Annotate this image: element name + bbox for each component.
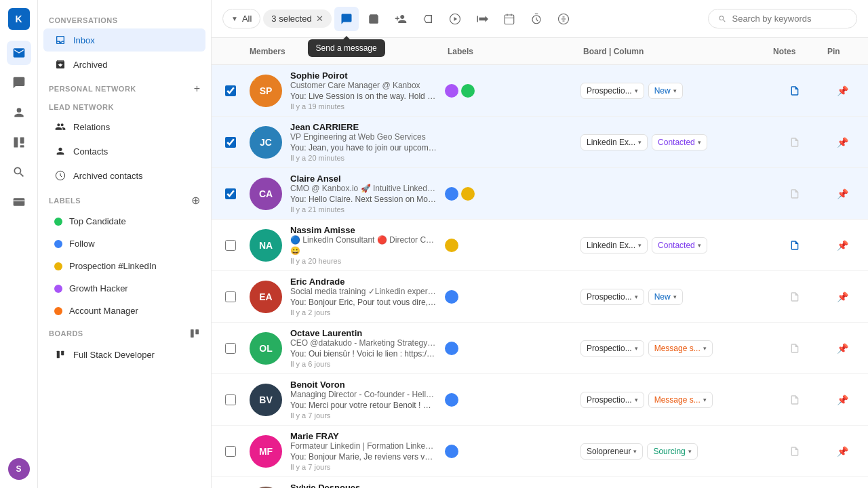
label-pill[interactable] bbox=[445, 239, 458, 252]
label-pill[interactable] bbox=[445, 187, 458, 201]
member-time: Il y a 2 jours bbox=[290, 308, 437, 317]
sidebar-label-item[interactable]: Account Manager bbox=[43, 300, 205, 321]
user-avatar[interactable]: S bbox=[8, 458, 30, 480]
note-icon[interactable] bbox=[789, 446, 800, 457]
forward-btn[interactable] bbox=[470, 7, 494, 31]
pin-icon[interactable]: 📌 bbox=[837, 291, 848, 302]
note-icon[interactable] bbox=[789, 394, 800, 405]
add-personal-network-btn[interactable]: + bbox=[194, 83, 200, 95]
sidebar-label-item[interactable]: Top Candidate bbox=[43, 211, 205, 232]
board-dropdown[interactable]: Prospectio... ▾ bbox=[580, 83, 644, 99]
row-checkbox[interactable] bbox=[225, 85, 236, 96]
labels-cell bbox=[442, 445, 578, 458]
row-checkbox[interactable] bbox=[225, 240, 236, 251]
star-badge: ⭐ bbox=[250, 75, 256, 81]
all-filter-btn[interactable]: ▼ All bbox=[222, 9, 260, 28]
row-checkbox[interactable] bbox=[225, 137, 236, 148]
pin-icon[interactable]: 📌 bbox=[837, 137, 848, 148]
column-dropdown[interactable]: Message s... ▾ bbox=[648, 340, 713, 357]
note-icon[interactable] bbox=[789, 291, 800, 302]
add-board-btn[interactable] bbox=[189, 328, 200, 339]
add-contact-btn[interactable] bbox=[389, 7, 413, 31]
archived-label: Archived bbox=[73, 60, 108, 70]
note-icon[interactable] bbox=[789, 240, 800, 251]
send-message-btn[interactable]: Send a message bbox=[334, 7, 359, 31]
sidebar-board-item[interactable]: Full Stack Developer bbox=[43, 343, 205, 366]
labels-cell bbox=[442, 84, 578, 98]
sidebar-item-archived-contacts[interactable]: Archived contacts bbox=[43, 164, 205, 187]
app-logo: K bbox=[8, 8, 30, 30]
row-checkbox[interactable] bbox=[225, 446, 236, 457]
label-btn[interactable] bbox=[416, 7, 440, 31]
nav-inbox-icon[interactable] bbox=[7, 41, 31, 65]
note-icon[interactable] bbox=[789, 188, 800, 199]
boards-header: BOARDS bbox=[38, 323, 211, 342]
checkbox-cell bbox=[217, 394, 244, 405]
column-dropdown[interactable]: Message s... ▾ bbox=[648, 392, 713, 408]
sidebar-label-name: Growth Hacker bbox=[69, 283, 128, 293]
note-icon[interactable] bbox=[789, 343, 800, 354]
board-dropdown[interactable]: Prospectio... ▾ bbox=[580, 289, 644, 305]
row-checkbox[interactable] bbox=[225, 394, 236, 405]
nav-card-icon[interactable] bbox=[7, 190, 31, 214]
label-pill[interactable] bbox=[445, 290, 458, 304]
member-info: Sophie Poirot Customer Care Manager @ Ka… bbox=[290, 70, 437, 110]
nav-search-icon[interactable] bbox=[7, 160, 31, 184]
note-icon[interactable] bbox=[789, 85, 800, 96]
nav-network-icon[interactable] bbox=[7, 100, 31, 125]
column-dropdown[interactable]: Sourcing ▾ bbox=[647, 443, 697, 460]
column-dropdown[interactable]: Contacted ▾ bbox=[652, 237, 707, 253]
board-dropdown[interactable]: Prospectio... ▾ bbox=[580, 340, 644, 357]
row-checkbox[interactable] bbox=[225, 343, 236, 354]
pin-icon[interactable]: 📌 bbox=[837, 240, 848, 251]
pin-icon[interactable]: 📌 bbox=[837, 394, 848, 405]
label-pill[interactable] bbox=[445, 393, 458, 407]
label-color-dot bbox=[54, 307, 62, 315]
sidebar-item-relations[interactable]: Relations bbox=[43, 115, 205, 138]
sidebar-item-archived[interactable]: Archived bbox=[43, 53, 205, 76]
row-checkbox[interactable] bbox=[225, 291, 236, 302]
board-dropdown[interactable]: Linkedin Ex... ▾ bbox=[580, 134, 648, 150]
sidebar-label-item[interactable]: Prospection #LinkedIn bbox=[43, 256, 205, 277]
pin-icon[interactable]: 📌 bbox=[837, 446, 848, 457]
row-checkbox[interactable] bbox=[225, 188, 236, 199]
pin-header: Pin bbox=[822, 47, 863, 56]
close-selected-icon[interactable]: ✕ bbox=[316, 14, 323, 24]
personal-network-header: PERSONAL NETWORK + bbox=[38, 77, 211, 98]
label-pill[interactable] bbox=[445, 445, 458, 458]
board-dropdown[interactable]: Solopreneur ▾ bbox=[580, 443, 643, 460]
archive-btn[interactable] bbox=[361, 7, 386, 31]
sidebar-item-contacts[interactable]: Contacts bbox=[43, 140, 205, 163]
avatar: MF bbox=[250, 435, 282, 468]
label-pill[interactable] bbox=[445, 342, 458, 355]
search-input[interactable] bbox=[732, 14, 847, 24]
column-dropdown[interactable]: New ▾ bbox=[648, 83, 683, 99]
pin-icon[interactable]: 📌 bbox=[837, 188, 848, 199]
board-dropdown[interactable]: Linkedin Ex... ▾ bbox=[580, 237, 648, 253]
member-name: Claire Ansel bbox=[290, 174, 437, 184]
sidebar-label-item[interactable]: Follow bbox=[43, 233, 205, 254]
pin-icon[interactable]: 📌 bbox=[837, 343, 848, 354]
add-label-btn[interactable]: ⊕ bbox=[191, 194, 200, 207]
label-pill[interactable] bbox=[445, 84, 458, 98]
nav-chat-icon[interactable] bbox=[7, 70, 31, 95]
search-bar[interactable] bbox=[708, 9, 857, 28]
selected-badge[interactable]: 3 selected ✕ bbox=[263, 9, 331, 28]
play-btn[interactable] bbox=[443, 7, 467, 31]
pin-icon[interactable]: 📌 bbox=[837, 85, 848, 96]
nav-board-icon[interactable] bbox=[7, 130, 31, 155]
board-dropdown[interactable]: Prospectio... ▾ bbox=[580, 392, 644, 408]
column-dropdown[interactable]: New ▾ bbox=[648, 289, 683, 305]
timer-btn[interactable] bbox=[524, 7, 549, 31]
label-pill[interactable] bbox=[461, 187, 475, 201]
column-dropdown[interactable]: Contacted ▾ bbox=[652, 134, 707, 150]
sidebar-item-inbox[interactable]: Inbox bbox=[43, 28, 205, 52]
schedule-btn[interactable] bbox=[497, 7, 521, 31]
label-pill[interactable] bbox=[461, 84, 475, 98]
sidebar-label-item[interactable]: Growth Hacker bbox=[43, 278, 205, 299]
avatar: OL bbox=[250, 332, 282, 365]
relations-icon bbox=[54, 121, 66, 133]
note-icon[interactable] bbox=[789, 137, 800, 148]
filter-btn[interactable] bbox=[551, 7, 576, 31]
label-color-dot bbox=[54, 240, 62, 248]
